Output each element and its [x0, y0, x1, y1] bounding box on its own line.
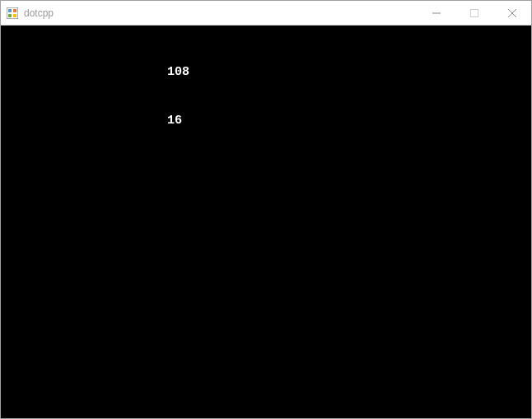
svg-rect-6 [471, 9, 478, 16]
application-window: dotcpp 108 16 [0, 0, 532, 419]
console-line: 108 [1, 64, 531, 81]
titlebar-left: dotcpp [1, 7, 54, 20]
svg-rect-3 [8, 14, 12, 17]
console-output: 108 16 [1, 26, 531, 418]
maximize-button [455, 1, 493, 25]
console-line: 16 [1, 113, 531, 129]
svg-rect-4 [13, 14, 16, 17]
minimize-button[interactable] [418, 1, 455, 25]
close-button[interactable] [493, 1, 531, 25]
window-title: dotcpp [24, 7, 54, 19]
svg-rect-1 [8, 9, 12, 12]
titlebar[interactable]: dotcpp [1, 1, 531, 26]
svg-rect-2 [13, 9, 16, 12]
app-icon [6, 7, 19, 20]
window-controls [418, 1, 531, 25]
